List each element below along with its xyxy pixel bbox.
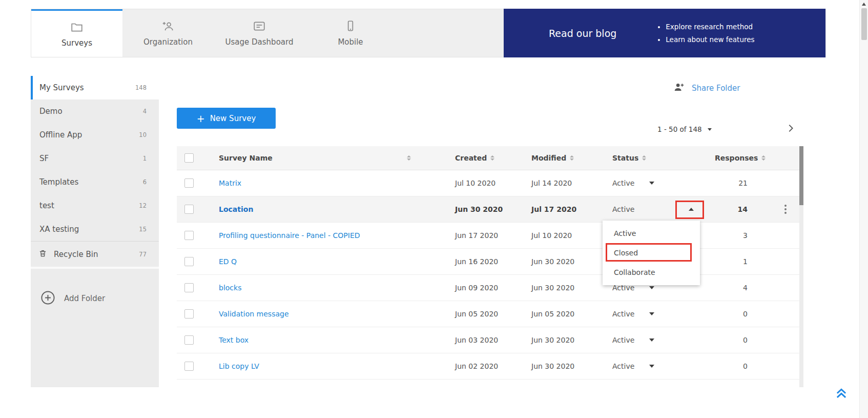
responses-count: 0: [699, 353, 756, 379]
row-checkbox[interactable]: [184, 362, 194, 371]
column-label: Modified: [531, 154, 566, 162]
column-header-created[interactable]: Created: [441, 146, 518, 170]
survey-name-link[interactable]: Validation message: [219, 310, 289, 318]
modified-date: Jul 17 2020: [518, 196, 597, 222]
back-to-top-button[interactable]: [833, 386, 850, 404]
banner-bullet: Learn about new features: [666, 33, 754, 46]
sidebar-item-demo[interactable]: Demo 4: [31, 99, 159, 123]
row-checkbox[interactable]: [184, 309, 194, 319]
sort-icon[interactable]: [570, 155, 574, 161]
add-folder-button[interactable]: Add Folder: [31, 267, 159, 328]
column-label: Survey Name: [219, 154, 273, 162]
responses-count: 4: [699, 275, 756, 301]
folder-label: SF: [39, 154, 49, 163]
page-scrollbar: [859, 0, 868, 418]
survey-name-link[interactable]: Profiling questionnaire - Panel - COPIED: [219, 231, 360, 240]
column-header-status[interactable]: Status: [597, 146, 699, 170]
survey-name-link[interactable]: ED Q: [219, 257, 237, 266]
table-row: Text box Jun 03 2020 Jun 30 2020 Active …: [177, 327, 803, 353]
responses-count: 14: [699, 196, 756, 222]
sort-icon[interactable]: [490, 155, 494, 161]
sort-icon[interactable]: [407, 155, 411, 161]
column-header-responses[interactable]: Responses: [699, 146, 756, 170]
survey-name-link[interactable]: Text box: [219, 336, 249, 344]
folder-count: 6: [143, 178, 147, 186]
tab-organization[interactable]: Organization: [122, 9, 214, 57]
survey-name-link[interactable]: blocks: [219, 284, 241, 292]
folder-label: test: [39, 201, 54, 210]
survey-name-link[interactable]: Lib copy LV: [219, 362, 259, 370]
table-header-row: Survey Name Created Modified Status Resp…: [177, 146, 803, 170]
survey-name-link[interactable]: Matrix: [219, 179, 241, 187]
table-scrollbar-thumb[interactable]: [799, 146, 803, 205]
sidebar-item-my-surveys[interactable]: My Surveys 148: [31, 76, 159, 99]
new-survey-button[interactable]: + New Survey: [177, 108, 276, 129]
pagination-range-selector[interactable]: 1 - 50 of 148: [657, 125, 712, 133]
responses-count: 0: [699, 301, 756, 327]
row-checkbox[interactable]: [184, 205, 194, 214]
tab-surveys[interactable]: Surveys: [31, 9, 122, 57]
column-header-modified[interactable]: Modified: [518, 146, 597, 170]
folder-label: Demo: [39, 107, 63, 116]
next-page-button[interactable]: [785, 123, 796, 136]
column-header-survey-name[interactable]: Survey Name: [205, 146, 441, 170]
sidebar-item-test[interactable]: test 12: [31, 194, 159, 217]
column-label: Status: [612, 154, 638, 162]
share-folder-button[interactable]: Share Folder: [673, 82, 740, 95]
read-our-blog-link[interactable]: Read our blog: [549, 28, 616, 39]
mobile-icon: [344, 19, 357, 33]
status-dropdown-toggle[interactable]: [649, 312, 654, 315]
row-checkbox[interactable]: [184, 283, 194, 292]
row-checkbox[interactable]: [184, 178, 194, 188]
select-all-checkbox[interactable]: [184, 153, 194, 163]
row-checkbox[interactable]: [184, 257, 194, 266]
tab-usage-dashboard[interactable]: Usage Dashboard: [214, 9, 305, 57]
tab-mobile[interactable]: Mobile: [305, 9, 396, 57]
status-option-collaborate[interactable]: Collaborate: [603, 263, 700, 282]
status-option-closed[interactable]: Closed: [603, 243, 700, 263]
tab-label: Surveys: [61, 38, 92, 48]
sort-icon[interactable]: [642, 155, 646, 161]
modified-date: Jun 30 2020: [518, 327, 597, 353]
column-label: Created: [455, 154, 487, 162]
tab-label: Mobile: [338, 37, 363, 47]
status-dropdown-toggle[interactable]: [649, 339, 654, 342]
sidebar-item-recycle-bin[interactable]: Recycle Bin 77: [31, 241, 159, 267]
created-date: Jun 17 2020: [441, 223, 518, 248]
status-dropdown-toggle[interactable]: [649, 182, 654, 185]
recycle-bin-label: Recycle Bin: [54, 250, 98, 259]
folder-label: XA testing: [39, 225, 79, 234]
status-option-active[interactable]: Active: [603, 224, 700, 243]
surveys-main-panel: Share Folder + New Survey 1 - 50 of 148 …: [159, 76, 826, 388]
folder-count: 12: [139, 202, 147, 209]
banner-bullet: Explore research method: [666, 21, 754, 33]
row-checkbox[interactable]: [184, 335, 194, 345]
folder-label: Templates: [39, 177, 78, 187]
modified-date: Jun 05 2020: [518, 301, 597, 327]
tab-label: Usage Dashboard: [225, 37, 294, 47]
banner-bullets: Explore research method Learn about new …: [656, 21, 754, 46]
row-checkbox[interactable]: [184, 231, 194, 240]
sidebar-item-templates[interactable]: Templates 6: [31, 170, 159, 194]
scroll-up-arrow-icon[interactable]: [862, 3, 866, 6]
tab-label: Organization: [143, 37, 193, 47]
created-date: Jul 10 2020: [441, 170, 518, 196]
status-dropdown-toggle[interactable]: [649, 286, 654, 289]
sidebar-item-sf[interactable]: SF 1: [31, 147, 159, 170]
sidebar-item-offline-app[interactable]: Offline App 10: [31, 123, 159, 147]
row-menu-kebab[interactable]: [782, 203, 789, 216]
person-add-icon: [673, 82, 685, 95]
table-row: Lib copy LV Jun 02 2020 Jun 30 2020 Acti…: [177, 353, 803, 380]
status-dropdown-toggle[interactable]: [689, 208, 694, 211]
page-scrollbar-thumb[interactable]: [861, 8, 867, 40]
table-row: blocks Jun 09 2020 Jun 30 2020 Active 4: [177, 275, 803, 301]
folder-count: 1: [143, 155, 147, 162]
add-folder-label: Add Folder: [64, 294, 105, 303]
surveys-table: Survey Name Created Modified Status Resp…: [177, 146, 803, 380]
status-dropdown-toggle[interactable]: [649, 365, 654, 368]
survey-name-link[interactable]: Location: [219, 205, 253, 213]
sidebar-item-xa-testing[interactable]: XA testing 15: [31, 217, 159, 241]
table-row: Validation message Jun 05 2020 Jun 05 20…: [177, 301, 803, 327]
plus-icon: +: [197, 113, 205, 124]
modified-date: Jun 30 2020: [518, 249, 597, 274]
